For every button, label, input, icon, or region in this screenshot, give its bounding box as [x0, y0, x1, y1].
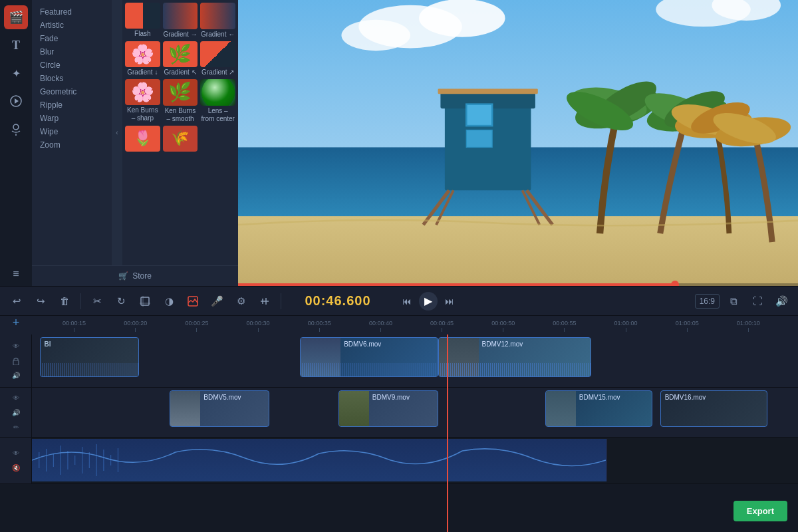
cat-blocks[interactable]: Blocks: [32, 72, 112, 85]
track1-controls: 👁 🔊: [0, 334, 32, 387]
track1-content: Bl BDMV6.mov BDMV12.mov: [32, 334, 798, 387]
toolbar-bar: ↩ ↪ 🗑 ✂ ↻ ◑ 🎤 ⚙ 00:46.600 ⏮ ▶ ⏭ 16:9 ⧉ ⛶…: [0, 286, 798, 316]
tb-sep2: [281, 293, 281, 309]
cat-warp[interactable]: Warp: [32, 112, 112, 125]
left-toolbar: 🎬 T ✦ ≡: [0, 0, 32, 286]
ruler-mark: 01:00:00: [614, 320, 638, 332]
progress-indicator: [238, 283, 675, 286]
clip-bdmv9[interactable]: BDMV9.mov: [338, 390, 438, 427]
track1-lock-btn[interactable]: [10, 355, 22, 367]
cut-btn[interactable]: ✂: [87, 291, 107, 311]
ruler-mark: 00:00:55: [553, 320, 576, 332]
transition-gradient-left[interactable]: Gradient ←: [200, 3, 235, 39]
volume-btn[interactable]: 🔊: [771, 291, 791, 311]
redo2-btn[interactable]: ↻: [111, 291, 131, 311]
mic-btn[interactable]: 🎤: [207, 291, 227, 311]
track1-eye-btn[interactable]: 👁: [10, 340, 22, 352]
ruler-mark: 01:00:10: [737, 320, 760, 332]
text-tool-btn[interactable]: T: [4, 33, 28, 57]
timeline-tracks: 👁 🔊 Bl BDMV6.mov: [0, 334, 798, 532]
media-tool-btn[interactable]: 🎬: [4, 5, 28, 29]
audio-track-controls: 👁 🔇: [0, 438, 32, 483]
svg-point-6: [419, 0, 505, 37]
export-button[interactable]: Export: [733, 501, 787, 521]
add-track-btn[interactable]: +: [0, 316, 32, 332]
transition-item10[interactable]: 🌷: [125, 126, 160, 154]
cat-ripple[interactable]: Ripple: [32, 98, 112, 112]
color-btn[interactable]: ◑: [159, 291, 179, 311]
cat-featured[interactable]: Featured: [32, 5, 112, 19]
ruler-mark: 00:00:40: [369, 320, 392, 332]
cat-geometric[interactable]: Geometric: [32, 85, 112, 98]
transition-gradient-down[interactable]: 🌸 Gradient ↓: [125, 41, 160, 77]
transition-gradient-upleft[interactable]: 🌿 Gradient ↖: [163, 41, 198, 77]
settings-btn[interactable]: ⚙: [231, 291, 251, 311]
collapse-panel-btn[interactable]: ‹: [112, 0, 122, 265]
ruler-mark: 00:00:20: [124, 320, 147, 332]
fx-tool-btn[interactable]: ✦: [4, 61, 28, 85]
track2-eye-btn[interactable]: 👁: [10, 392, 22, 404]
svg-rect-33: [141, 297, 149, 305]
svg-rect-15: [466, 130, 492, 148]
store-button[interactable]: 🛒 Store: [32, 265, 238, 286]
track1-audio-btn[interactable]: 🔊: [10, 370, 22, 382]
timeline-ruler: + 00:00:15 00:00:20 00:00:25 00:00:30 00…: [0, 316, 798, 334]
skip-fwd-btn[interactable]: ⏭: [440, 292, 459, 311]
crop-btn[interactable]: [135, 291, 155, 311]
voiceover-tool-btn[interactable]: [4, 117, 28, 141]
store-label: Store: [132, 271, 152, 281]
clip-bdmv15[interactable]: BDMV15.mov: [545, 390, 652, 427]
cat-fade[interactable]: Fade: [32, 32, 112, 45]
transition-ken-burns-smooth[interactable]: 🌿 Ken Burns – smooth: [163, 79, 198, 123]
transition-gradient-diag[interactable]: Gradient ↗: [200, 41, 235, 77]
audio-eye-btn[interactable]: 👁: [10, 448, 22, 460]
preview-progress-bar[interactable]: [238, 283, 798, 286]
ruler-mark: 00:00:15: [63, 320, 86, 332]
menu-tool-btn[interactable]: ≡: [4, 262, 28, 286]
transitions-panel: Featured Artistic Fade Blur Circle Block…: [32, 0, 238, 286]
transitions-tool-btn[interactable]: [4, 89, 28, 113]
clip-bdmv16[interactable]: BDMV16.mov: [660, 390, 767, 427]
track2-audio-btn[interactable]: 🔊: [10, 406, 22, 418]
ruler-mark: 00:00:30: [247, 320, 270, 332]
audio-settings-btn[interactable]: [255, 291, 275, 311]
clip-bdmv6[interactable]: BDMV6.mov: [300, 337, 438, 377]
fullscreen-btn[interactable]: ⛶: [747, 291, 767, 311]
transitions-grid: Flash Gradient → Gradient ←: [122, 0, 238, 265]
cat-zoom[interactable]: Zoom: [32, 138, 112, 152]
track2-edit-btn[interactable]: ✏: [10, 421, 22, 433]
ruler-mark: 00:00:50: [491, 320, 515, 332]
beach-preview-canvas: [238, 0, 798, 286]
transition-ken-burns-sharp[interactable]: 🌸 Ken Burns – sharp: [125, 79, 160, 123]
transition-gradient-right[interactable]: Gradient →: [163, 3, 198, 39]
audio-clip-bdmv2[interactable]: [32, 439, 606, 481]
ruler-mark: 01:00:05: [676, 320, 699, 332]
undo-btn[interactable]: ↩: [7, 291, 27, 311]
delete-btn[interactable]: 🗑: [55, 291, 74, 311]
transition-flash[interactable]: Flash: [125, 3, 160, 39]
skip-back-btn[interactable]: ⏮: [398, 292, 416, 311]
track2-content: BDMV5.mov BDMV9.mov BDMV15.mov BDMV16.m: [32, 388, 798, 437]
cat-artistic[interactable]: Artistic: [32, 19, 112, 32]
image-effect-btn[interactable]: [183, 291, 203, 311]
transport-controls: ⏮ ▶ ⏭: [398, 292, 459, 311]
clip-bdmv5[interactable]: BDMV5.mov: [170, 390, 269, 427]
audio-mute-btn[interactable]: 🔇: [10, 462, 22, 474]
play-btn[interactable]: ▶: [419, 292, 438, 311]
clip-bdmv12[interactable]: BDMV12.mov: [438, 337, 591, 377]
aspect-ratio-display: 16:9: [695, 294, 720, 309]
fullscreen-preview-btn[interactable]: ⧉: [724, 291, 743, 311]
transition-item11[interactable]: 🌾: [163, 126, 198, 154]
cat-circle[interactable]: Circle: [32, 59, 112, 72]
svg-point-2: [13, 124, 19, 130]
redo-btn[interactable]: ↪: [31, 291, 51, 311]
track2-controls: 👁 🔊 ✏: [0, 388, 32, 437]
preview-area: [238, 0, 798, 286]
transition-lens-center[interactable]: Lens – from center: [200, 79, 235, 123]
cat-wipe[interactable]: Wipe: [32, 125, 112, 138]
clip-bl[interactable]: Bl: [40, 337, 140, 377]
transitions-categories: Featured Artistic Fade Blur Circle Block…: [32, 0, 112, 265]
top-area: 🎬 T ✦ ≡: [0, 0, 798, 286]
cat-blur[interactable]: Blur: [32, 45, 112, 59]
ruler-mark: 00:00:45: [430, 320, 454, 332]
